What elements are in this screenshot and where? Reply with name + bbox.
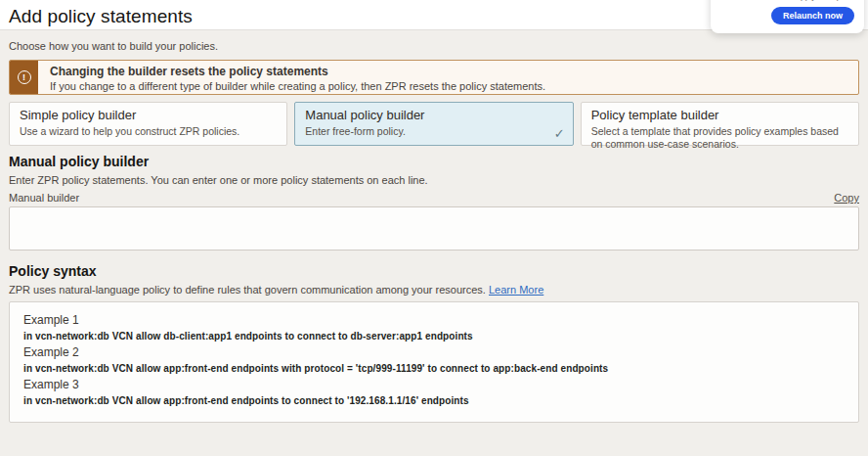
warning-body: If you change to a different type of bui…	[50, 80, 545, 92]
policy-examples-box: Example 1 in vcn-network:db VCN allow db…	[9, 301, 859, 423]
relaunch-toast: Relaunch Chrome to apply the update Rela…	[711, 0, 864, 33]
policy-syntax-description: ZPR uses natural-language policy to defi…	[9, 284, 859, 296]
card-simple-policy-builder[interactable]: Simple policy builder Use a wizard to he…	[9, 102, 287, 146]
example-label: Example 1	[23, 313, 845, 327]
policy-syntax-description-text: ZPR uses natural-language policy to defi…	[9, 284, 486, 296]
warning-title: Changing the builder resets the policy s…	[50, 65, 545, 78]
example-label: Example 2	[23, 345, 845, 359]
warning-text: Changing the builder resets the policy s…	[38, 61, 555, 94]
example-label: Example 3	[23, 378, 845, 391]
relaunch-now-button[interactable]: Relaunch now	[771, 7, 854, 24]
manual-builder-field-row: Manual builder Copy	[9, 192, 859, 204]
toast-message: Relaunch Chrome to apply the update	[717, 0, 857, 1]
manual-builder-section: Manual policy builder Enter ZPR policy s…	[9, 154, 859, 251]
card-description: Use a wizard to help you construct ZPR p…	[20, 125, 277, 138]
card-title: Manual policy builder	[305, 108, 562, 122]
checkmark-icon: ✓	[554, 126, 565, 141]
warning-icon-strip: !	[10, 61, 38, 94]
card-policy-template-builder[interactable]: Policy template builder Select a templat…	[581, 102, 859, 146]
builder-cards-row: Simple policy builder Use a wizard to he…	[9, 102, 859, 146]
manual-section-title: Manual policy builder	[9, 154, 859, 169]
policy-syntax-section: Policy syntax ZPR uses natural-language …	[9, 263, 859, 423]
manual-builder-label: Manual builder	[9, 192, 79, 204]
card-title: Policy template builder	[591, 108, 848, 122]
example-statement: in vcn-network:db VCN allow app:front-en…	[23, 395, 845, 406]
policy-syntax-title: Policy syntax	[9, 263, 859, 279]
card-title: Simple policy builder	[20, 108, 277, 122]
card-description: Enter free-form policy.	[305, 125, 562, 138]
exclamation-circle-icon: !	[18, 70, 31, 84]
main-content: Choose how you want to build your polici…	[0, 30, 868, 423]
card-manual-policy-builder[interactable]: Manual policy builder Enter free-form po…	[294, 102, 573, 146]
example-statement: in vcn-network:db VCN allow db-client:ap…	[23, 331, 845, 342]
card-description: Select a template that provides policy e…	[591, 125, 848, 151]
warning-banner: ! Changing the builder resets the policy…	[9, 60, 859, 95]
learn-more-link[interactable]: Learn More	[489, 284, 543, 296]
manual-builder-textarea[interactable]	[9, 206, 859, 251]
copy-link[interactable]: Copy	[834, 192, 859, 204]
manual-section-description: Enter ZPR policy statements. You can ent…	[9, 174, 859, 186]
example-statement: in vcn-network:db VCN allow app:front-en…	[23, 363, 845, 374]
intro-text: Choose how you want to build your polici…	[9, 40, 859, 52]
